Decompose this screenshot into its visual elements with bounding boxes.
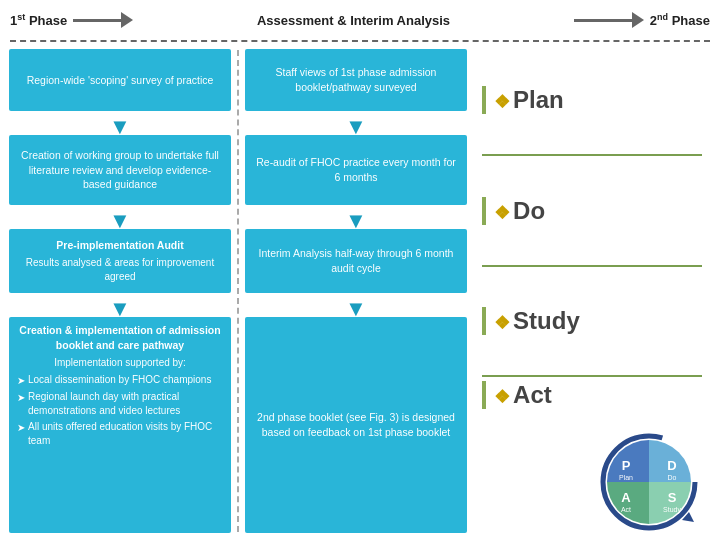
pdsa-do-sub: Do bbox=[668, 474, 677, 481]
pdsa-study-symbol: ❖ bbox=[494, 313, 510, 333]
left-arrow-1: ▼ bbox=[9, 116, 231, 130]
pdsa-a-letter: A bbox=[621, 490, 631, 505]
mid-box-4: 2nd phase booklet (see Fig. 3) is design… bbox=[245, 317, 467, 533]
pdsa-circle-diagram: P D A S Plan Do Act Study bbox=[594, 432, 704, 532]
left-box-3-sub: Results analysed & areas for improvement… bbox=[17, 256, 223, 284]
pdsa-act-symbol: ❖ bbox=[494, 387, 510, 407]
main-container: 1st Phase Assessment & Interim Analysis … bbox=[0, 0, 720, 540]
left-box-1: Region-wide 'scoping' survey of practice bbox=[9, 49, 231, 111]
left-box-4-bullets: ➤ Local dissemination by FHOC champions … bbox=[17, 373, 223, 448]
pdsa-do-inner: ❖ Do bbox=[482, 197, 545, 225]
phase2-label: 2nd Phase bbox=[650, 12, 710, 28]
left-box-2: Creation of working group to undertake f… bbox=[9, 135, 231, 205]
mid-box-2: Re-audit of FHOC practice every month fo… bbox=[245, 135, 467, 205]
phase2-header: 2nd Phase bbox=[574, 11, 710, 29]
left-box-4: Creation & implementation of admission b… bbox=[9, 317, 231, 533]
mid-box-3: Interim Analysis half-way through 6 mont… bbox=[245, 229, 467, 293]
pdsa-do-label: Do bbox=[513, 197, 545, 224]
pdsa-s-letter: S bbox=[668, 490, 677, 505]
pdsa-d-letter: D bbox=[667, 458, 676, 473]
pdsa-plan-block: ❖ Plan bbox=[474, 46, 710, 154]
pdsa-study-inner: ❖ Study bbox=[482, 307, 580, 335]
bullet-arrow-3: ➤ bbox=[17, 421, 25, 435]
vertical-dashed-line bbox=[237, 50, 239, 532]
pdsa-act-inner: ❖ Act bbox=[482, 381, 710, 409]
left-box-4-title: Creation & implementation of admission b… bbox=[17, 323, 223, 352]
bullet-2: ➤ Regional launch day with practical dem… bbox=[17, 390, 223, 418]
pdsa-study-sub: Study bbox=[663, 506, 681, 514]
left-column: Region-wide 'scoping' survey of practice… bbox=[6, 46, 234, 536]
pdsa-act-block: ❖ Act bbox=[474, 377, 710, 536]
pdsa-plan-label: Plan bbox=[513, 86, 564, 113]
left-box-3: Pre-implementation Audit Results analyse… bbox=[9, 229, 231, 293]
pdsa-plan-sub: Plan bbox=[619, 474, 633, 481]
phase1-header: 1st Phase bbox=[10, 11, 133, 29]
content-area: Region-wide 'scoping' survey of practice… bbox=[0, 42, 720, 540]
bullet-arrow-1: ➤ bbox=[17, 374, 25, 388]
bullet-arrow-2: ➤ bbox=[17, 391, 25, 405]
pdsa-do-symbol: ❖ bbox=[494, 203, 510, 223]
mid-arrow-1: ▼ bbox=[345, 116, 367, 130]
phase2-arrow bbox=[574, 11, 644, 29]
pdsa-plan-inner: ❖ Plan bbox=[482, 86, 564, 114]
left-box-3-title: Pre-implementation Audit bbox=[17, 238, 223, 253]
pdsa-act-label: Act bbox=[513, 381, 552, 408]
mid-box-1: Staff views of 1st phase admission bookl… bbox=[245, 49, 467, 111]
mid-arrow-2: ▼ bbox=[345, 210, 367, 224]
pdsa-do-block: ❖ Do bbox=[474, 156, 710, 264]
left-arrow-2: ▼ bbox=[9, 210, 231, 224]
pdsa-act-sub: Act bbox=[621, 506, 631, 513]
pdsa-circle-container: P D A S Plan Do Act Study bbox=[482, 409, 710, 532]
mid-column: Staff views of 1st phase admission bookl… bbox=[242, 46, 470, 536]
phase1-arrow bbox=[73, 11, 133, 29]
header-middle-text: Assessment & Interim Analysis bbox=[133, 13, 574, 28]
phase1-label: 1st Phase bbox=[10, 12, 67, 28]
pdsa-study-block: ❖ Study bbox=[474, 267, 710, 375]
bullet-3: ➤ All units offered education visits by … bbox=[17, 420, 223, 448]
header-row: 1st Phase Assessment & Interim Analysis … bbox=[0, 0, 720, 40]
pdsa-study-label: Study bbox=[513, 307, 580, 334]
pdsa-plan-symbol: ❖ bbox=[494, 92, 510, 112]
left-arrow-3: ▼ bbox=[9, 298, 231, 312]
mid-arrow-3: ▼ bbox=[345, 298, 367, 312]
pdsa-p-letter: P bbox=[622, 458, 631, 473]
bullet-1: ➤ Local dissemination by FHOC champions bbox=[17, 373, 223, 388]
left-box-4-impl-title: Implementation supported by: bbox=[17, 356, 223, 370]
right-column: ❖ Plan ❖ Do ❖ Study bbox=[470, 46, 714, 536]
